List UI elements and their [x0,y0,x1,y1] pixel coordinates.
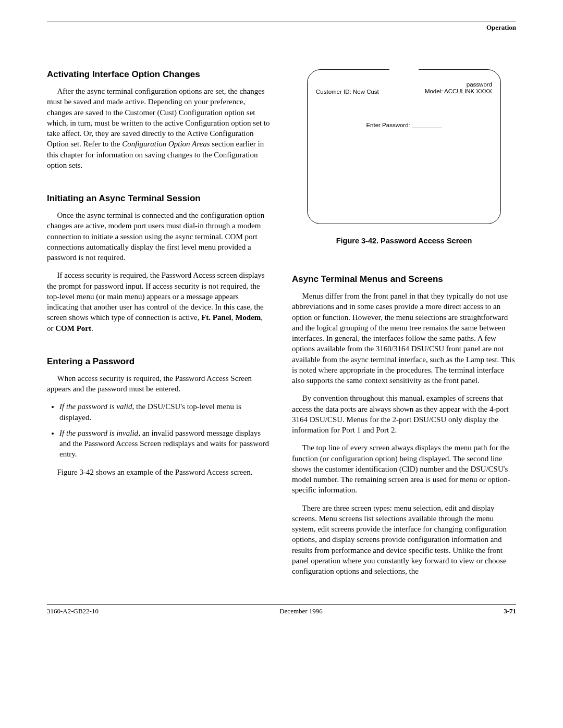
paragraph: Menus differ from the front panel in tha… [292,291,516,386]
list-item: If the password is invalid, an invalid p… [59,428,271,460]
paragraph: If access security is required, the Pass… [47,270,271,334]
paragraph: Figure 3-42 shows an example of the Pass… [47,467,271,477]
figure-model: Model: ACCULINK XXXX [425,88,492,95]
paragraph: After the async terminal configuration o… [47,86,271,170]
figure-caption: Figure 3-42. Password Access Screen [292,237,516,245]
bold-text: Modem [235,313,261,322]
password-screen-figure: Customer ID: New Cust password Model: AC… [307,69,501,224]
section-heading-initiating: Initiating an Async Terminal Session [47,193,271,204]
footer-center: December 1996 [279,607,323,615]
section-heading-entering: Entering a Password [47,356,271,367]
bold-text: Ft. Panel [201,313,231,322]
paragraph: The top line of every screen always disp… [292,442,516,495]
section-heading-activating: Activating Interface Option Changes [47,69,271,80]
left-column: Activating Interface Option Changes Afte… [47,69,271,584]
figure-customer-id: Customer ID: New Cust [316,89,379,95]
text: . [91,324,93,332]
paragraph: When access security is required, the Pa… [47,373,271,394]
page-footer: 3160-A2-GB22-10 December 1996 3-71 [47,605,516,615]
text: After the async terminal configuration o… [47,87,270,148]
paragraph: By convention throughout this manual, ex… [292,393,516,435]
emphasis: If the password is valid [59,402,132,411]
right-column: Customer ID: New Cust password Model: AC… [292,69,516,584]
figure-title-small: password [425,81,492,88]
list-item: If the password is valid, the DSU/CSU's … [59,401,271,423]
paragraph: Once the async terminal is connected and… [47,210,271,263]
footer-right: 3-71 [504,607,516,615]
emphasis: If the password is invalid [59,429,138,437]
footer-left: 3160-A2-GB22-10 [47,607,99,615]
figure-enter-password: Enter Password: _________ [308,122,500,128]
emphasis: Configuration Option Areas [122,140,210,148]
bold-text: COM Port [55,324,91,332]
section-heading-async-menus: Async Terminal Menus and Screens [292,274,516,285]
running-head: Operation [47,23,516,32]
paragraph: There are three screen types: menu selec… [292,503,516,577]
